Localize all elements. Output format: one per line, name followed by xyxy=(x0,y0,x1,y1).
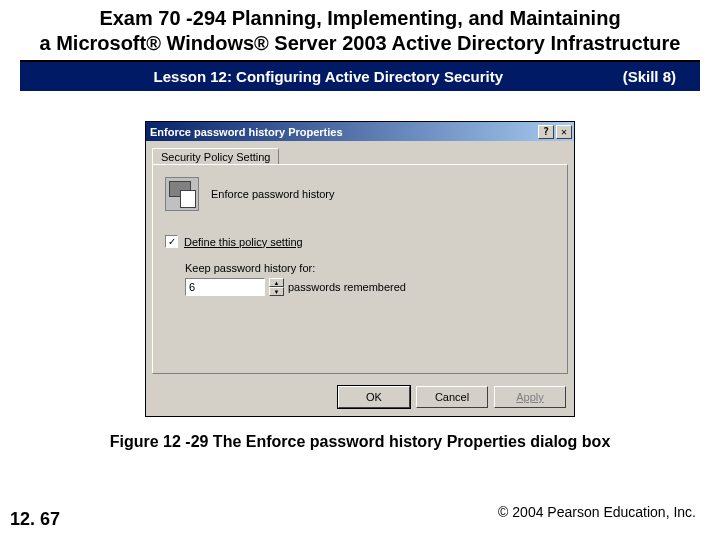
dialog-title: Enforce password history Properties xyxy=(150,126,536,138)
dialog-window: Enforce password history Properties ? ✕ … xyxy=(145,121,575,417)
define-policy-checkbox[interactable]: ✓ xyxy=(165,235,178,248)
tab-security-policy[interactable]: Security Policy Setting xyxy=(152,148,279,165)
title-line-1: Exam 70 -294 Planning, Implementing, and… xyxy=(30,6,690,31)
ok-button[interactable]: OK xyxy=(338,386,410,408)
define-policy-label: Define this policy setting xyxy=(184,236,303,248)
history-unit-label: passwords remembered xyxy=(288,281,406,293)
cancel-button[interactable]: Cancel xyxy=(416,386,488,408)
help-icon[interactable]: ? xyxy=(538,125,554,139)
checkmark-icon: ✓ xyxy=(168,237,176,247)
titlebar[interactable]: Enforce password history Properties ? ✕ xyxy=(146,122,574,141)
history-count-input[interactable]: 6 xyxy=(185,278,265,296)
policy-name: Enforce password history xyxy=(211,188,335,200)
title-line-2: a Microsoft® Windows® Server 2003 Active… xyxy=(30,31,690,56)
spin-down-icon[interactable]: ▼ xyxy=(269,287,284,296)
page-number: 12. 67 xyxy=(10,509,60,530)
tab-panel: Enforce password history ✓ Define this p… xyxy=(152,164,568,374)
button-row: OK Cancel Apply xyxy=(146,380,574,416)
skill-label: (Skill 8) xyxy=(613,68,676,85)
tabstrip: Security Policy Setting xyxy=(146,141,574,164)
lesson-label: Lesson 12: Configuring Active Directory … xyxy=(44,68,613,85)
slide-title: Exam 70 -294 Planning, Implementing, and… xyxy=(20,0,700,62)
close-icon[interactable]: ✕ xyxy=(556,125,572,139)
spinner-buttons: ▲ ▼ xyxy=(269,278,284,296)
spin-up-icon[interactable]: ▲ xyxy=(269,278,284,287)
lesson-band: Lesson 12: Configuring Active Directory … xyxy=(20,62,700,91)
keep-history-label: Keep password history for: xyxy=(185,262,555,274)
policy-icon xyxy=(165,177,199,211)
copyright: © 2004 Pearson Education, Inc. xyxy=(498,504,696,520)
apply-button[interactable]: Apply xyxy=(494,386,566,408)
figure-caption: Figure 12 -29 The Enforce password histo… xyxy=(0,433,720,451)
